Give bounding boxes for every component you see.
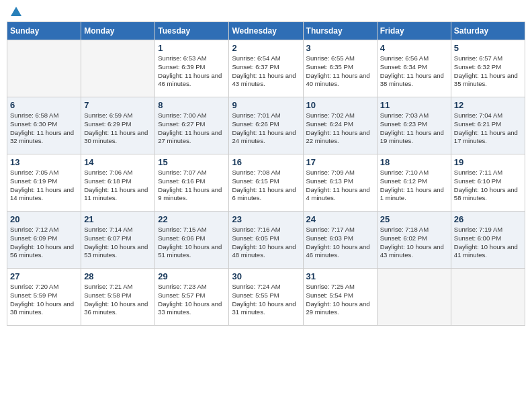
- day-number: 27: [10, 271, 78, 281]
- day-number: 2: [232, 43, 300, 53]
- header-day-friday: Friday: [377, 22, 451, 40]
- calendar-cell: 12Sunrise: 7:04 AM Sunset: 6:21 PM Dayli…: [451, 97, 525, 154]
- logo: [9, 7, 21, 16]
- day-number: 19: [454, 157, 522, 167]
- calendar-cell: 28Sunrise: 7:21 AM Sunset: 5:58 PM Dayli…: [81, 269, 155, 326]
- cell-content: Sunrise: 7:09 AM Sunset: 6:13 PM Dayligh…: [306, 169, 374, 203]
- calendar-header: SundayMondayTuesdayWednesdayThursdayFrid…: [7, 22, 525, 40]
- day-number: 1: [158, 43, 226, 53]
- cell-content: Sunrise: 6:59 AM Sunset: 6:29 PM Dayligh…: [84, 111, 152, 146]
- calendar-cell: 20Sunrise: 7:12 AM Sunset: 6:09 PM Dayli…: [7, 212, 81, 269]
- day-number: 4: [380, 43, 448, 53]
- logo-triangle-icon: [11, 7, 21, 16]
- calendar-cell: [377, 269, 451, 326]
- cell-content: Sunrise: 7:10 AM Sunset: 6:12 PM Dayligh…: [380, 169, 448, 203]
- cell-content: Sunrise: 7:07 AM Sunset: 6:16 PM Dayligh…: [158, 169, 226, 203]
- week-row-4: 27Sunrise: 7:20 AM Sunset: 5:59 PM Dayli…: [7, 269, 525, 326]
- calendar-cell: 24Sunrise: 7:17 AM Sunset: 6:03 PM Dayli…: [303, 212, 377, 269]
- calendar-cell: 29Sunrise: 7:23 AM Sunset: 5:57 PM Dayli…: [155, 269, 229, 326]
- calendar-cell: 30Sunrise: 7:24 AM Sunset: 5:55 PM Dayli…: [229, 269, 303, 326]
- day-number: 7: [84, 100, 152, 110]
- week-row-2: 13Sunrise: 7:05 AM Sunset: 6:19 PM Dayli…: [7, 154, 525, 212]
- calendar-cell: 13Sunrise: 7:05 AM Sunset: 6:19 PM Dayli…: [7, 154, 81, 212]
- header-row: SundayMondayTuesdayWednesdayThursdayFrid…: [7, 22, 525, 40]
- day-number: 16: [232, 157, 300, 167]
- calendar-cell: 21Sunrise: 7:14 AM Sunset: 6:07 PM Dayli…: [81, 212, 155, 269]
- header-day-wednesday: Wednesday: [229, 22, 303, 40]
- calendar-cell: 8Sunrise: 7:00 AM Sunset: 6:27 PM Daylig…: [155, 97, 229, 154]
- calendar-cell: 22Sunrise: 7:15 AM Sunset: 6:06 PM Dayli…: [155, 212, 229, 269]
- cell-content: Sunrise: 7:17 AM Sunset: 6:03 PM Dayligh…: [306, 226, 374, 260]
- calendar-cell: 17Sunrise: 7:09 AM Sunset: 6:13 PM Dayli…: [303, 154, 377, 212]
- calendar-cell: 14Sunrise: 7:06 AM Sunset: 6:18 PM Dayli…: [81, 154, 155, 212]
- day-number: 10: [306, 100, 374, 110]
- calendar-cell: 18Sunrise: 7:10 AM Sunset: 6:12 PM Dayli…: [377, 154, 451, 212]
- calendar-cell: 5Sunrise: 6:57 AM Sunset: 6:32 PM Daylig…: [451, 40, 525, 97]
- cell-content: Sunrise: 6:53 AM Sunset: 6:39 PM Dayligh…: [158, 54, 226, 89]
- day-number: 13: [10, 157, 78, 167]
- day-number: 25: [380, 214, 448, 224]
- header-day-thursday: Thursday: [303, 22, 377, 40]
- cell-content: Sunrise: 7:20 AM Sunset: 5:59 PM Dayligh…: [10, 283, 78, 317]
- calendar-body: 1Sunrise: 6:53 AM Sunset: 6:39 PM Daylig…: [7, 40, 525, 326]
- cell-content: Sunrise: 7:16 AM Sunset: 6:05 PM Dayligh…: [232, 226, 300, 260]
- calendar-cell: 4Sunrise: 6:56 AM Sunset: 6:34 PM Daylig…: [377, 40, 451, 97]
- cell-content: Sunrise: 7:00 AM Sunset: 6:27 PM Dayligh…: [158, 111, 226, 146]
- cell-content: Sunrise: 7:25 AM Sunset: 5:54 PM Dayligh…: [306, 283, 374, 317]
- header-day-tuesday: Tuesday: [155, 22, 229, 40]
- calendar-cell: 25Sunrise: 7:18 AM Sunset: 6:02 PM Dayli…: [377, 212, 451, 269]
- cell-content: Sunrise: 7:05 AM Sunset: 6:19 PM Dayligh…: [10, 169, 78, 203]
- day-number: 22: [158, 214, 226, 224]
- day-number: 18: [380, 157, 448, 167]
- cell-content: Sunrise: 7:18 AM Sunset: 6:02 PM Dayligh…: [380, 226, 448, 260]
- cell-content: Sunrise: 7:06 AM Sunset: 6:18 PM Dayligh…: [84, 169, 152, 203]
- cell-content: Sunrise: 6:54 AM Sunset: 6:37 PM Dayligh…: [232, 54, 300, 89]
- calendar-cell: 10Sunrise: 7:02 AM Sunset: 6:24 PM Dayli…: [303, 97, 377, 154]
- cell-content: Sunrise: 7:12 AM Sunset: 6:09 PM Dayligh…: [10, 226, 78, 260]
- calendar-cell: [7, 40, 81, 97]
- week-row-1: 6Sunrise: 6:58 AM Sunset: 6:30 PM Daylig…: [7, 97, 525, 154]
- calendar-cell: 9Sunrise: 7:01 AM Sunset: 6:26 PM Daylig…: [229, 97, 303, 154]
- day-number: 12: [454, 100, 522, 110]
- day-number: 14: [84, 157, 152, 167]
- week-row-3: 20Sunrise: 7:12 AM Sunset: 6:09 PM Dayli…: [7, 212, 525, 269]
- cell-content: Sunrise: 7:11 AM Sunset: 6:10 PM Dayligh…: [454, 169, 522, 203]
- day-number: 5: [454, 43, 522, 53]
- calendar-cell: 19Sunrise: 7:11 AM Sunset: 6:10 PM Dayli…: [451, 154, 525, 212]
- cell-content: Sunrise: 7:08 AM Sunset: 6:15 PM Dayligh…: [232, 169, 300, 203]
- calendar-cell: 27Sunrise: 7:20 AM Sunset: 5:59 PM Dayli…: [7, 269, 81, 326]
- cell-content: Sunrise: 7:14 AM Sunset: 6:07 PM Dayligh…: [84, 226, 152, 260]
- calendar-cell: 23Sunrise: 7:16 AM Sunset: 6:05 PM Dayli…: [229, 212, 303, 269]
- cell-content: Sunrise: 7:24 AM Sunset: 5:55 PM Dayligh…: [232, 283, 300, 317]
- cell-content: Sunrise: 6:55 AM Sunset: 6:35 PM Dayligh…: [306, 54, 374, 89]
- page-header: [7, 7, 525, 16]
- day-number: 9: [232, 100, 300, 110]
- calendar-cell: 15Sunrise: 7:07 AM Sunset: 6:16 PM Dayli…: [155, 154, 229, 212]
- calendar-cell: 2Sunrise: 6:54 AM Sunset: 6:37 PM Daylig…: [229, 40, 303, 97]
- calendar-cell: [81, 40, 155, 97]
- calendar-cell: 3Sunrise: 6:55 AM Sunset: 6:35 PM Daylig…: [303, 40, 377, 97]
- calendar-cell: 31Sunrise: 7:25 AM Sunset: 5:54 PM Dayli…: [303, 269, 377, 326]
- day-number: 11: [380, 100, 448, 110]
- cell-content: Sunrise: 6:56 AM Sunset: 6:34 PM Dayligh…: [380, 54, 448, 89]
- header-day-monday: Monday: [81, 22, 155, 40]
- calendar-table: SundayMondayTuesdayWednesdayThursdayFrid…: [7, 21, 525, 326]
- calendar-cell: [451, 269, 525, 326]
- day-number: 28: [84, 271, 152, 281]
- day-number: 3: [306, 43, 374, 53]
- day-number: 24: [306, 214, 374, 224]
- week-row-0: 1Sunrise: 6:53 AM Sunset: 6:39 PM Daylig…: [7, 40, 525, 97]
- day-number: 15: [158, 157, 226, 167]
- cell-content: Sunrise: 7:15 AM Sunset: 6:06 PM Dayligh…: [158, 226, 226, 260]
- header-day-sunday: Sunday: [7, 22, 81, 40]
- calendar-cell: 11Sunrise: 7:03 AM Sunset: 6:23 PM Dayli…: [377, 97, 451, 154]
- header-day-saturday: Saturday: [451, 22, 525, 40]
- calendar-cell: 16Sunrise: 7:08 AM Sunset: 6:15 PM Dayli…: [229, 154, 303, 212]
- day-number: 20: [10, 214, 78, 224]
- cell-content: Sunrise: 6:58 AM Sunset: 6:30 PM Dayligh…: [10, 111, 78, 146]
- cell-content: Sunrise: 7:01 AM Sunset: 6:26 PM Dayligh…: [232, 111, 300, 146]
- day-number: 31: [306, 271, 374, 281]
- cell-content: Sunrise: 7:02 AM Sunset: 6:24 PM Dayligh…: [306, 111, 374, 146]
- day-number: 23: [232, 214, 300, 224]
- day-number: 8: [158, 100, 226, 110]
